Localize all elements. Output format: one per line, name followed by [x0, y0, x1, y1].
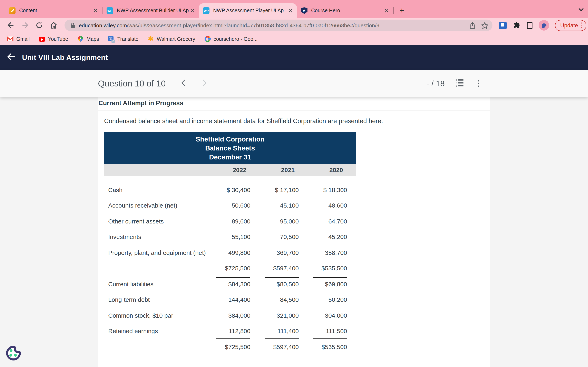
tab-divider — [393, 7, 394, 14]
tab-close-icon[interactable] — [287, 7, 294, 14]
table-row: Current liabilities$84,300$80,500$69,800 — [104, 276, 356, 292]
bookmark-translate[interactable]: 文 Translate — [108, 36, 138, 42]
balance-sheet-title: Sheffield Corporation Balance Sheets Dec… — [104, 132, 356, 164]
year-2021: 2021 — [259, 164, 308, 176]
year-header-row: 2022 2021 2020 — [104, 164, 356, 176]
bookmark-youtube[interactable]: YouTube — [39, 36, 68, 42]
home-button[interactable] — [48, 20, 59, 31]
table-row: Long-term debt144,40084,50050,200 — [104, 292, 356, 308]
tab-title: Course Hero — [311, 8, 383, 13]
profile-avatar[interactable] — [539, 20, 549, 31]
total-row: $725,500$597,400$535,500 — [104, 339, 356, 355]
cookie-consent-icon[interactable] — [5, 344, 22, 363]
assignment-title: Unit VIII Lab Assignment — [22, 53, 108, 62]
tab-content[interactable]: Content — [5, 3, 102, 18]
tab-close-icon[interactable] — [189, 7, 196, 14]
extensions-group — [499, 20, 549, 31]
bookmark-walmart[interactable]: ✱ Walmart Grocery — [147, 36, 195, 42]
reload-button[interactable] — [34, 20, 44, 31]
coursehero-shield-icon: ★ — [301, 7, 307, 14]
next-question-chevron[interactable] — [203, 79, 207, 88]
window-extension-icon[interactable] — [527, 22, 532, 29]
share-icon[interactable] — [470, 22, 475, 29]
question-text: Condensed balance sheet and income state… — [104, 117, 383, 125]
table-row: Cash$ 30,400$ 17,100$ 18,300 — [104, 182, 356, 198]
assignment-header: Unit VIII Lab Assignment — [0, 45, 588, 70]
score-indicator: - / 18 — [426, 79, 445, 88]
section-divider — [98, 110, 490, 111]
wp-favicon: WP — [203, 7, 209, 14]
google-g-icon — [204, 36, 211, 42]
tab-title: NWP Assessment Player UI Ap — [213, 8, 287, 13]
tab-search-chevron-icon[interactable] — [578, 6, 584, 13]
tab-player-active[interactable]: WP NWP Assessment Player UI Ap — [199, 3, 297, 18]
balance-sheet-table: Sheffield Corporation Balance Sheets Dec… — [104, 132, 356, 355]
year-2022: 2022 — [211, 164, 259, 176]
chrome-menu-icon — [581, 22, 582, 28]
previous-question-chevron[interactable] — [181, 79, 185, 88]
bookmarks-bar: Gmail YouTube Maps 文 Translate ✱ Walmart… — [0, 33, 588, 45]
subtotal-row: $725,500$597,400$535,500 — [104, 260, 356, 276]
main-content: Current Attempt in Progress Condensed ba… — [0, 97, 588, 367]
bookmark-coursehero[interactable]: coursehero - Goo... — [204, 36, 258, 42]
tab-coursehero[interactable]: ★ Course Hero — [297, 3, 393, 18]
browser-toolbar: education.wiley.com/was/ui/v2/assessment… — [0, 18, 588, 33]
back-arrow-icon[interactable] — [7, 53, 16, 62]
question-panel: Current Attempt in Progress Condensed ba… — [98, 97, 490, 367]
table-row: Common stock, $10 par384,000321,000304,0… — [104, 308, 356, 323]
question-header: Question 10 of 10 - / 18 123 — [0, 70, 588, 97]
address-bar[interactable]: education.wiley.com/was/ui/v2/assessment… — [65, 20, 493, 31]
table-row: Investments55,10070,50045,200 — [104, 229, 356, 245]
gmail-icon — [7, 36, 13, 42]
svg-text:2: 2 — [456, 82, 457, 84]
table-row: Retained earnings112,800111,400111,500 — [104, 323, 356, 339]
new-tab-button[interactable]: + — [396, 5, 407, 16]
question-counter: Question 10 of 10 — [98, 78, 166, 88]
tab-title: Content — [19, 8, 92, 13]
tab-close-icon[interactable] — [92, 7, 99, 14]
browser-window: Content WP NWP Assessment Builder UI Ap … — [0, 0, 588, 367]
lock-icon — [70, 22, 75, 28]
svg-text:1: 1 — [456, 79, 457, 82]
table-row: Property, plant, and equipment (net)499,… — [104, 245, 356, 260]
youtube-icon — [39, 36, 45, 42]
reader-extension-icon[interactable] — [499, 21, 507, 29]
tab-strip: Content WP NWP Assessment Builder UI Ap … — [0, 0, 588, 18]
back-button[interactable] — [5, 20, 16, 31]
year-2020: 2020 — [308, 164, 356, 176]
table-row: Other current assets89,60095,00064,700 — [104, 213, 356, 229]
bookmark-maps[interactable]: Maps — [77, 36, 99, 42]
walmart-spark-icon: ✱ — [147, 36, 154, 42]
wp-favicon: WP — [107, 7, 113, 14]
question-list-icon[interactable]: 123 — [456, 79, 463, 88]
question-menu-kebab-icon[interactable] — [478, 80, 479, 87]
bookmark-gmail[interactable]: Gmail — [7, 36, 30, 42]
url-text: education.wiley.com/was/ui/v2/assessment… — [79, 22, 379, 28]
attempt-status: Current Attempt in Progress — [98, 100, 183, 107]
svg-text:3: 3 — [456, 84, 457, 86]
content-note-icon — [9, 7, 16, 14]
bookmark-star-icon[interactable] — [481, 22, 488, 29]
tab-close-icon[interactable] — [383, 7, 390, 14]
forward-button[interactable] — [20, 20, 30, 31]
tab-builder[interactable]: WP NWP Assessment Builder UI Ap — [103, 3, 199, 18]
update-label: Update — [560, 22, 578, 28]
maps-pin-icon — [77, 36, 84, 42]
puzzle-extension-icon[interactable] — [513, 21, 521, 29]
table-row: Accounts receivable (net)50,60045,10048,… — [104, 198, 356, 213]
update-button[interactable]: Update — [555, 20, 587, 31]
translate-icon: 文 — [108, 36, 114, 42]
tab-title: NWP Assessment Builder UI Ap — [117, 8, 189, 13]
